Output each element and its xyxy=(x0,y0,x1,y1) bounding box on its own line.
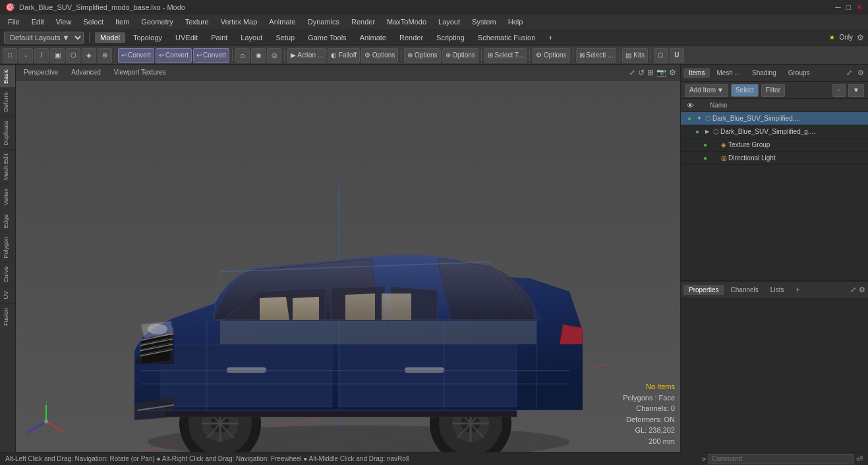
sidebar-item-duplicate[interactable]: Duplicate xyxy=(0,116,15,150)
vertex-mode-button[interactable]: · xyxy=(18,48,33,63)
tab-scripting[interactable]: Scripting xyxy=(431,32,470,43)
rp-expand-icon[interactable]: ⤢ xyxy=(845,67,854,78)
new-scene-button[interactable]: □ xyxy=(3,48,17,63)
filter-button[interactable]: Filter xyxy=(761,84,785,97)
close-button[interactable]: ✕ xyxy=(856,3,863,12)
item-expand-1[interactable]: ▼ xyxy=(695,115,703,123)
sidebar-item-fusion[interactable]: Fusion xyxy=(0,303,15,330)
minimize-button[interactable]: ─ xyxy=(835,3,841,12)
sphere-button[interactable]: ○ xyxy=(235,48,250,63)
menu-help[interactable]: Help xyxy=(503,16,529,27)
material-mode-button[interactable]: ◈ xyxy=(82,48,96,63)
menu-animate[interactable]: Animate xyxy=(264,16,301,27)
menu-file[interactable]: File xyxy=(3,16,25,27)
vp-icon-fit[interactable]: ⊞ xyxy=(647,68,654,77)
sidebar-item-basic[interactable]: Basic xyxy=(0,65,15,88)
viewport-canvas[interactable]: X Y Z No Items Polygons : Face Channels:… xyxy=(16,80,680,452)
command-confirm-icon[interactable]: ⏎ xyxy=(856,454,863,464)
poly-mode-button[interactable]: ▣ xyxy=(50,48,65,63)
menu-render[interactable]: Render xyxy=(346,16,380,27)
menu-select[interactable]: Select xyxy=(78,16,109,27)
tab-setup[interactable]: Setup xyxy=(270,32,300,43)
sidebar-item-edge[interactable]: Edge xyxy=(0,210,15,232)
menu-item[interactable]: Item xyxy=(110,16,134,27)
kits-button[interactable]: ▤ Kits xyxy=(622,48,647,63)
tab-topology[interactable]: Topology xyxy=(128,32,167,43)
menu-dynamics[interactable]: Dynamics xyxy=(303,16,345,27)
vp-icon-rotate[interactable]: ↺ xyxy=(638,68,645,77)
tab-layout[interactable]: Layout xyxy=(235,32,268,43)
filter-down-button[interactable]: ▼ xyxy=(848,84,864,97)
item-row-main[interactable]: ● ▼ ⬡ Dark_Blue_SUV_Simplified.... xyxy=(681,112,868,125)
tab-add[interactable]: + xyxy=(543,32,558,43)
titlebar-controls[interactable]: ─ □ ✕ xyxy=(835,3,863,12)
unreal-button[interactable]: U xyxy=(670,48,684,63)
convert-button-2[interactable]: ↩ Convert xyxy=(156,48,192,63)
tab-paint[interactable]: Paint xyxy=(206,32,233,43)
menu-edit[interactable]: Edit xyxy=(26,16,49,27)
options-button-1[interactable]: ⚙ Options xyxy=(361,48,398,63)
rp-btm-tab-properties[interactable]: Properties xyxy=(683,285,724,295)
rp-tab-groups[interactable]: Groups xyxy=(783,68,815,78)
item-expand-2[interactable]: ▶ xyxy=(703,128,711,136)
select-button[interactable]: Select xyxy=(731,84,759,97)
rp-tab-mesh[interactable]: Mesh ... xyxy=(711,68,745,78)
rp-btm-expand-icon[interactable]: ⤢ xyxy=(850,286,856,294)
menu-view[interactable]: View xyxy=(51,16,77,27)
tab-model[interactable]: Model xyxy=(95,32,125,43)
vp-icon-maximize[interactable]: ⤢ xyxy=(629,68,635,77)
sidebar-item-polygon[interactable]: Polygon xyxy=(0,232,15,263)
item-visibility-4[interactable]: ● xyxy=(699,152,711,164)
layout-selector[interactable]: Default Layouts ▼ xyxy=(4,32,84,44)
item-visibility-2[interactable]: ● xyxy=(691,126,703,138)
sidebar-item-uv[interactable]: UV xyxy=(0,286,15,303)
command-input[interactable] xyxy=(709,454,854,464)
tab-uvedit[interactable]: UVEdit xyxy=(170,32,203,43)
add-item-button[interactable]: Add Item ▼ xyxy=(685,84,728,97)
sidebar-item-mesh-edit[interactable]: Mesh Edit xyxy=(0,149,15,184)
item-mode-button[interactable]: ⬡ xyxy=(66,48,80,63)
vp-tab-textures[interactable]: Viewport Textures xyxy=(110,67,170,77)
tab-schematic-fusion[interactable]: Schematic Fusion xyxy=(473,32,540,43)
rp-btm-settings-icon[interactable]: ⚙ xyxy=(859,286,865,294)
vp-tab-perspective[interactable]: Perspective xyxy=(20,67,62,77)
item-row-light[interactable]: ● ◎ Directional Light xyxy=(681,152,868,165)
menu-maxtomodo[interactable]: MaxToModo xyxy=(382,16,432,27)
menu-texture[interactable]: Texture xyxy=(180,16,214,27)
item-visibility-3[interactable]: ● xyxy=(699,139,711,151)
minus-button[interactable]: − xyxy=(832,84,846,97)
rp-tab-shading[interactable]: Shading xyxy=(747,68,782,78)
options-button-2[interactable]: ⊕ Options xyxy=(404,48,440,63)
menu-system[interactable]: System xyxy=(467,16,502,27)
tab-animate[interactable]: Animate xyxy=(355,32,391,43)
edge-mode-button[interactable]: / xyxy=(34,48,49,63)
gear-icon[interactable]: ⚙ xyxy=(857,33,864,42)
material2-button[interactable]: ◉ xyxy=(251,48,266,63)
selecti-button[interactable]: ⊠ Selecti ... xyxy=(576,48,617,63)
light-button[interactable]: ◎ xyxy=(267,48,281,63)
action-button[interactable]: ▶ Action ... xyxy=(287,48,326,63)
menu-geometry[interactable]: Geometry xyxy=(136,16,178,27)
falloff-button[interactable]: ◐ Falloff xyxy=(328,48,360,63)
sidebar-item-deform[interactable]: Deform xyxy=(0,88,15,116)
item-row-group[interactable]: ● ▶ ⬡ Dark_Blue_SUV_Simplified_g.... xyxy=(681,125,868,139)
sidebar-item-vertex[interactable]: Vertex xyxy=(0,184,15,210)
vp-icon-camera[interactable]: 📷 xyxy=(656,68,666,77)
vp-icon-settings[interactable]: ⚙ xyxy=(669,68,676,77)
vp-tab-advanced[interactable]: Advanced xyxy=(67,67,104,77)
select-t-button[interactable]: ⊞ Select T... xyxy=(484,48,527,63)
rp-settings-icon[interactable]: ⚙ xyxy=(856,67,865,78)
convert-button-3[interactable]: ↩ Convert xyxy=(193,48,229,63)
options-button-3[interactable]: ⊕ Options xyxy=(442,48,478,63)
render-button-1[interactable]: ⬡ xyxy=(654,48,668,63)
rp-btm-tab-channels[interactable]: Channels xyxy=(726,285,764,295)
item-row-texture[interactable]: ● ◈ Texture Group xyxy=(681,139,868,152)
rp-btm-tab-lists[interactable]: Lists xyxy=(765,285,790,295)
tab-render[interactable]: Render xyxy=(394,32,428,43)
rp-tab-items[interactable]: Items xyxy=(683,68,710,78)
menu-vertexmap[interactable]: Vertex Map xyxy=(216,16,263,27)
rp-btm-tab-add[interactable]: + xyxy=(790,285,805,295)
item-visibility-1[interactable]: ● xyxy=(683,113,695,125)
menu-layout[interactable]: Layout xyxy=(433,16,465,27)
statusbar-arrow[interactable]: > xyxy=(702,455,706,463)
